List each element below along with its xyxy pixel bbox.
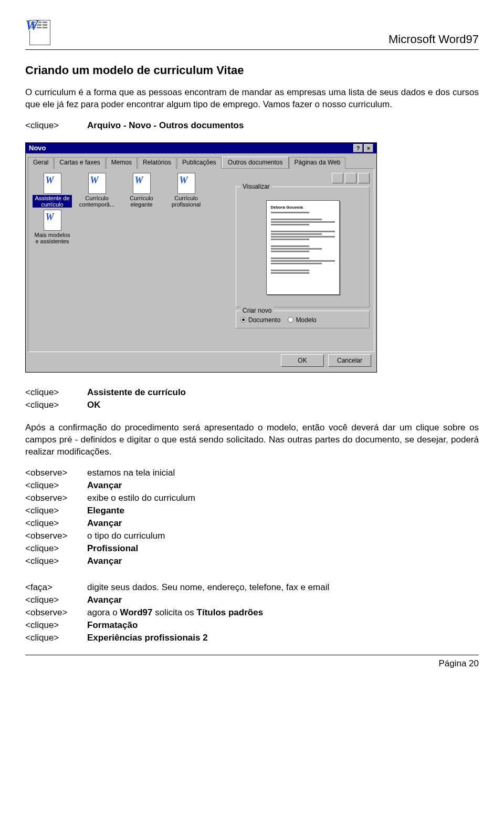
dialog-help-button[interactable]: ? xyxy=(353,144,363,152)
template-assistente-curriculo[interactable]: W Assistente de currículo xyxy=(33,173,72,208)
template-curriculo-elegante[interactable]: W Currículo elegante xyxy=(122,173,161,208)
instruction-tag: <clique> xyxy=(25,480,72,491)
tab-geral[interactable]: Geral xyxy=(28,157,54,169)
instruction-tag: <clique> xyxy=(25,620,72,631)
create-new-label: Criar novo xyxy=(240,307,274,314)
instruction-row: <observe>exibe o estilo do curriculum xyxy=(25,493,479,503)
instruction-value: Avançar xyxy=(87,556,122,566)
instruction-tag: <clique> xyxy=(25,506,72,516)
instruction-value: exibe o estilo do curriculum xyxy=(87,493,195,503)
view-large-icons[interactable] xyxy=(332,173,343,183)
view-mode-buttons xyxy=(236,173,370,183)
instruction-row: <clique>OK xyxy=(25,400,479,410)
instruction-row: <observe>o tipo do curriculum xyxy=(25,531,479,541)
radio-dot-icon xyxy=(288,317,293,323)
instruction-value: o tipo do curriculum xyxy=(87,531,165,541)
instruction-row: <clique>Avançar xyxy=(25,518,479,529)
instruction-value: Profissional xyxy=(87,543,138,554)
instruction-tag: <clique> xyxy=(25,556,72,566)
template-curriculo-contemporaneo[interactable]: W Currículo contemporâ... xyxy=(77,173,117,208)
instruction-tag: <clique> xyxy=(25,120,72,131)
instruction-tag: <clique> xyxy=(25,400,72,410)
dialog-title-text: Novo xyxy=(29,144,46,152)
instruction-tag: <observe> xyxy=(25,493,72,503)
instruction-tag: <observe> xyxy=(25,531,72,541)
cancel-button[interactable]: Cancelar xyxy=(328,354,371,367)
tab-memos[interactable]: Memos xyxy=(106,157,137,169)
instruction-row: <clique>Assistente de currículo xyxy=(25,387,479,398)
instruction-row: <observe>agora o Word97 solicita os Títu… xyxy=(25,607,479,618)
page-header: W Microsoft Word97 xyxy=(25,17,479,50)
view-list[interactable] xyxy=(345,173,356,183)
tab-relatorios[interactable]: Relatórios xyxy=(138,157,176,169)
instruction-value: digite seus dados. Seu nome, endereço, t… xyxy=(87,582,329,593)
instruction-value: Formatação xyxy=(87,620,138,631)
instruction-row: <observe>estamos na tela inicial xyxy=(25,468,479,478)
instruction-value: Avançar xyxy=(87,518,122,529)
template-curriculo-profissional[interactable]: W Currículo profissional xyxy=(166,173,206,208)
instruction-tag: <clique> xyxy=(25,387,72,398)
tab-publicacoes[interactable]: Publicações xyxy=(177,157,222,169)
paragraph-2: Após a confirmação do procedimento será … xyxy=(25,422,479,458)
preview-label: Visualizar xyxy=(240,183,272,190)
create-new-group: Criar novo Documento Modelo xyxy=(236,311,370,328)
radio-documento[interactable]: Documento xyxy=(240,316,280,324)
new-dialog: Novo ? × Geral Cartas e faxes Memos Rela… xyxy=(25,142,377,373)
instruction-row: <faça>digite seus dados. Seu nome, ender… xyxy=(25,582,479,593)
instruction-row: <clique>Elegante xyxy=(25,506,479,516)
tab-paginas-web[interactable]: Páginas da Web xyxy=(289,157,346,169)
product-name: Microsoft Word97 xyxy=(388,33,479,46)
instruction-tag: <observe> xyxy=(25,607,72,618)
intro-paragraph: O curriculum é a forma que as pessoas en… xyxy=(25,87,479,111)
instruction-row: <clique>Avançar xyxy=(25,480,479,491)
dialog-titlebar: Novo ? × xyxy=(26,143,376,153)
instruction-row: <clique>Avançar xyxy=(25,556,479,566)
instruction-row: <clique>Formatação xyxy=(25,620,479,631)
instruction-tag: <observe> xyxy=(25,468,72,478)
instruction-value: agora o Word97 solicita os Títulos padrõ… xyxy=(87,607,263,618)
instruction-value: Avançar xyxy=(87,480,122,491)
instruction-value: OK xyxy=(87,400,101,410)
page-title: Criando um modelo de curriculum Vitae xyxy=(25,64,479,77)
ok-button[interactable]: OK xyxy=(281,354,324,367)
instruction-tag: <clique> xyxy=(25,518,72,529)
instruction-value: estamos na tela inicial xyxy=(87,468,175,478)
instruction-tag: <faça> xyxy=(25,582,72,593)
template-list: W Assistente de currículo W Currículo co… xyxy=(33,173,230,347)
word-logo: W xyxy=(25,17,51,46)
template-mais-modelos[interactable]: W Mais modelos e assistentes xyxy=(33,210,72,244)
radio-dot-icon xyxy=(240,317,246,323)
radio-modelo[interactable]: Modelo xyxy=(288,316,316,324)
view-details[interactable] xyxy=(358,173,370,183)
instruction-row: <clique>Profissional xyxy=(25,543,479,554)
instruction-tag: <clique> xyxy=(25,543,72,554)
instruction-value: Experiências profissionais 2 xyxy=(87,633,208,643)
instruction-value: Assistente de currículo xyxy=(87,387,186,398)
preview-sheet: Débora Gouveia xyxy=(266,200,340,295)
instruction-row: <clique> Arquivo - Novo - Outros documen… xyxy=(25,120,479,131)
instruction-value: Avançar xyxy=(87,595,122,605)
instruction-value: Arquivo - Novo - Outros documentos xyxy=(87,120,244,131)
instruction-value: Elegante xyxy=(87,506,124,516)
instruction-tag: <clique> xyxy=(25,633,72,643)
page-footer: Página 20 xyxy=(25,655,479,669)
instruction-row: <clique>Avançar xyxy=(25,595,479,605)
dialog-close-button[interactable]: × xyxy=(364,144,373,152)
instruction-row: <clique>Experiências profissionais 2 xyxy=(25,633,479,643)
instruction-tag: <clique> xyxy=(25,595,72,605)
tab-outros-documentos[interactable]: Outros documentos xyxy=(222,157,289,168)
tab-cartas[interactable]: Cartas e faxes xyxy=(54,157,105,169)
preview-group: Visualizar Débora Gouveia xyxy=(236,187,370,307)
dialog-tabs: Geral Cartas e faxes Memos Relatórios Pu… xyxy=(28,157,374,168)
